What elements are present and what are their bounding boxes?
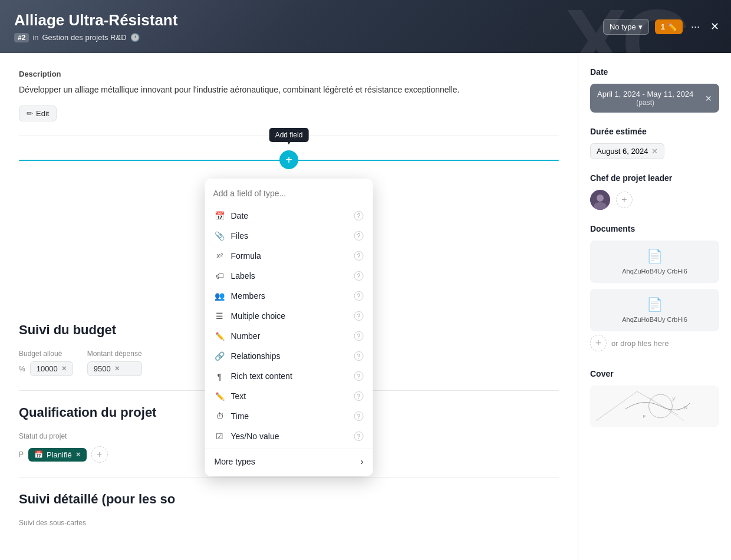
montant-value: 9500: [94, 364, 111, 373]
members-label: Members: [231, 291, 265, 301]
field-type-search-input[interactable]: [213, 189, 365, 198]
dropdown-divider: [205, 449, 373, 449]
sous-cartes-label: Suivi des sous-cartes: [19, 519, 559, 527]
add-member-button[interactable]: +: [616, 192, 633, 208]
clock-icon: 🕐: [130, 33, 140, 42]
time-help-icon[interactable]: ?: [354, 411, 364, 421]
yes-no-label: Yes/No value: [231, 431, 279, 441]
budget-value: 10000: [37, 364, 58, 373]
doc-name-2: AhqZuHoB4Uy CrbHi6: [622, 316, 687, 323]
cover-sketch-svg: y F N: [590, 386, 719, 427]
multiple-choice-help-icon[interactable]: ?: [354, 311, 364, 321]
dropdown-item-yes-no[interactable]: ☑ Yes/No value ?: [205, 426, 373, 446]
montant-remove-icon[interactable]: ✕: [114, 365, 120, 373]
dropdown-item-members[interactable]: 👥 Members ?: [205, 286, 373, 306]
date-range-content: April 1, 2024 - May 11, 2024 (past): [597, 90, 693, 107]
dropdown-item-files[interactable]: 📎 Files ?: [205, 226, 373, 246]
cover-thumbnail: y F N: [590, 386, 719, 427]
more-types-label: More types: [215, 457, 255, 466]
add-field-button[interactable]: Add field +: [279, 150, 298, 169]
date-help-icon[interactable]: ?: [354, 211, 364, 220]
number-help-icon[interactable]: ?: [354, 331, 364, 341]
calendar-icon: 📅: [34, 450, 43, 459]
documents-section: Documents 📄 AhqZuHoB4Uy CrbHi6 📄 AhqZuHo…: [590, 224, 719, 355]
avatar: [590, 190, 610, 210]
statut-remove-icon[interactable]: ✕: [75, 451, 81, 459]
project-link[interactable]: Gestion des projets R&D: [42, 33, 126, 42]
close-button[interactable]: ✕: [708, 18, 722, 35]
dropdown-item-left: 🔗 Relationships: [215, 351, 281, 361]
date-label: Date: [231, 211, 249, 220]
text-help-icon[interactable]: ?: [354, 391, 364, 401]
members-help-icon[interactable]: ?: [354, 291, 364, 301]
rich-text-help-icon[interactable]: ?: [354, 371, 364, 381]
doc-card-2: 📄 AhqZuHoB4Uy CrbHi6: [590, 289, 719, 331]
svg-text:F: F: [643, 414, 646, 419]
doc-upload-row: + or drop files here: [590, 331, 719, 355]
doc-card-1: 📄 AhqZuHoB4Uy CrbHi6: [590, 241, 719, 283]
budget-percent: %: [19, 365, 25, 373]
dropdown-item-rich-text[interactable]: ¶ Rich text content ?: [205, 366, 373, 386]
yes-no-help-icon[interactable]: ?: [354, 431, 364, 441]
pencil-icon: ✏: [27, 109, 33, 118]
add-field-dropdown: 📅 Date ? 📎 Files ?: [205, 179, 373, 476]
dropdown-item-date[interactable]: 📅 Date ?: [205, 206, 373, 226]
montant-value-tag: 9500 ✕: [87, 361, 142, 376]
add-statut-btn[interactable]: +: [91, 446, 108, 463]
chef-avatar-row: +: [590, 190, 719, 210]
formula-label: Formula: [231, 251, 261, 261]
in-label: in: [32, 33, 38, 42]
edit-count-button[interactable]: 1 ✏️: [655, 19, 683, 34]
edit-count: 1: [661, 22, 665, 31]
no-type-button[interactable]: No type ▾: [603, 19, 649, 35]
more-options-button[interactable]: ···: [689, 18, 702, 35]
multiple-choice-label: Multiple choice: [231, 311, 286, 321]
dropdown-item-left: ☑ Yes/No value: [215, 431, 279, 442]
add-document-button[interactable]: +: [590, 335, 607, 351]
budget-allocated-group: Budget alloué % 10000 ✕: [19, 350, 73, 376]
drop-label: or drop files here: [611, 339, 669, 348]
time-label: Time: [231, 411, 249, 421]
dropdown-item-left: ⏱ Time: [215, 411, 249, 421]
rich-text-icon: ¶: [215, 371, 225, 381]
text-icon: ✏️: [215, 391, 225, 401]
date-close-icon[interactable]: ✕: [705, 94, 712, 103]
divider-3: [19, 477, 559, 477]
budget-remove-icon[interactable]: ✕: [61, 365, 67, 373]
issue-number: #2: [14, 33, 29, 42]
document-icon-2: 📄: [647, 297, 663, 312]
header-controls: No type ▾ 1 ✏️ ··· ✕: [603, 18, 722, 35]
date-icon: 📅: [215, 210, 225, 221]
svg-rect-3: [590, 386, 719, 427]
suivi-section: Suivi détaillé (pour les so Suivi des so…: [19, 492, 559, 527]
formula-help-icon[interactable]: ?: [354, 251, 364, 261]
multiple-choice-icon: ☰: [215, 311, 225, 321]
duree-remove-icon[interactable]: ✕: [651, 147, 658, 156]
duree-value: August 6, 2024: [597, 147, 648, 156]
right-sidebar: Date April 1, 2024 - May 11, 2024 (past)…: [578, 53, 731, 560]
date-range-past: (past): [597, 98, 693, 107]
number-icon: ✏️: [215, 331, 225, 341]
dropdown-item-left: x² Formula: [215, 251, 261, 261]
files-help-icon[interactable]: ?: [354, 231, 364, 241]
relationships-help-icon[interactable]: ?: [354, 351, 364, 361]
dropdown-item-number[interactable]: ✏️ Number ?: [205, 326, 373, 346]
number-label: Number: [231, 331, 261, 341]
files-icon: 📎: [215, 230, 225, 241]
edit-button[interactable]: ✏ Edit: [19, 106, 57, 121]
document-icon-1: 📄: [647, 249, 663, 264]
dropdown-item-left: 🏷 Labels: [215, 271, 255, 281]
dropdown-item-formula[interactable]: x² Formula ?: [205, 246, 373, 266]
relationships-icon: 🔗: [215, 351, 225, 361]
dropdown-item-text[interactable]: ✏️ Text ?: [205, 386, 373, 406]
dropdown-item-multiple-choice[interactable]: ☰ Multiple choice ?: [205, 306, 373, 326]
dropdown-item-time[interactable]: ⏱ Time ?: [205, 406, 373, 426]
dropdown-item-relationships[interactable]: 🔗 Relationships ?: [205, 346, 373, 366]
date-range-text: April 1, 2024 - May 11, 2024: [597, 90, 693, 98]
svg-text:y: y: [671, 395, 676, 401]
avatar-svg: [590, 190, 610, 210]
dropdown-item-labels[interactable]: 🏷 Labels ?: [205, 266, 373, 286]
dropdown-item-left: 📎 Files: [215, 230, 249, 241]
dropdown-more-types[interactable]: More types ›: [205, 452, 373, 472]
labels-help-icon[interactable]: ?: [354, 271, 364, 281]
